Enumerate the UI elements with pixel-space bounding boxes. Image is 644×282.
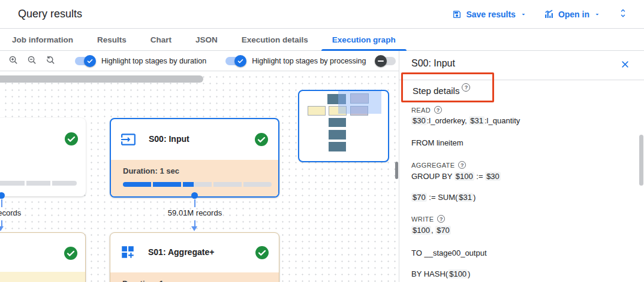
page-title: Query results (18, 8, 82, 20)
panel-scrollbar[interactable] (639, 135, 643, 186)
save-results-button[interactable]: Save results (452, 10, 527, 19)
caret-down-icon (520, 11, 527, 18)
group-by-value: GROUP BY $100 := $30 (411, 172, 501, 181)
results-tab-bar: Job information Results Chart JSON Execu… (0, 29, 644, 51)
aggregate-label: AGGREGATE? (411, 161, 466, 169)
tab-execution-details[interactable]: Execution details (230, 29, 320, 50)
stage-duration-label: Duration: 1 sec (122, 279, 179, 282)
graph-toolbar: Highlight top stages by duration Highlig… (0, 51, 399, 71)
duration-bar-segment (52, 181, 77, 186)
stage-duration-label: Duration: 1 sec (123, 166, 179, 175)
success-check-icon (64, 246, 78, 260)
tab-results[interactable]: Results (85, 29, 139, 50)
sum-value: $70 := SUM($31) (411, 193, 476, 202)
read-value: $30:l_orderkey, $31:l_quantity (411, 116, 520, 125)
toggle-processing-label: Highlight top stages by processing (252, 57, 366, 65)
tab-json[interactable]: JSON (183, 29, 230, 50)
header-actions: Save results Open in (452, 8, 628, 20)
stage-card-s01-aggregate[interactable]: S01: Aggregate+ Duration: 1 sec (110, 232, 279, 282)
panel-title: S00: Input (411, 58, 455, 69)
stage-card-left-bottom[interactable] (0, 232, 86, 282)
unfold-results-button[interactable] (618, 8, 628, 20)
aggregate-stage-icon (120, 244, 136, 262)
read-label: READ? (411, 106, 442, 114)
minimap-viewport[interactable] (338, 91, 381, 114)
toggle-check-icon (84, 55, 96, 67)
from-value: FROM lineitem (411, 138, 464, 147)
duration-bar-segment (0, 181, 25, 186)
help-icon[interactable]: ? (458, 161, 466, 169)
open-in-button[interactable]: Open in (544, 9, 601, 19)
zoom-out-icon (27, 55, 37, 67)
toggle-duration-label: Highlight top stages by duration (101, 57, 206, 65)
stage-title: S00: Input (149, 134, 189, 144)
success-check-icon (64, 132, 79, 146)
step-details-panel: S00: Input Step details? READ? $30:l_ord… (399, 51, 644, 282)
stage-title: S01: Aggregate+ (148, 247, 214, 257)
close-icon (621, 60, 630, 71)
toggle-highlight-processing[interactable] (224, 55, 246, 67)
minimap-node (329, 118, 346, 127)
step-details-highlight-box (401, 72, 494, 102)
query-results-header: Query results Save results Open in (0, 0, 644, 29)
graph-minimap[interactable] (298, 90, 389, 162)
edge-records-label: records (0, 208, 43, 217)
duration-bar-segment (26, 181, 51, 186)
duration-bar-segment (183, 182, 211, 187)
zoom-in-button[interactable] (8, 55, 19, 67)
close-panel-button[interactable] (621, 60, 630, 71)
duration-bar-segment (153, 182, 181, 187)
edge-line (1, 199, 2, 207)
success-check-icon (255, 245, 269, 260)
input-stage-icon (121, 132, 136, 150)
stage-duration-bar (0, 181, 77, 186)
zoom-reset-icon (46, 55, 56, 67)
tab-job-information[interactable]: Job information (0, 29, 85, 50)
help-icon[interactable]: ? (434, 106, 442, 114)
edge-arrow-icon (191, 226, 197, 231)
edge-records-label: 59.01M records (152, 208, 238, 217)
toggle-stage-highlight-off[interactable] (375, 55, 397, 67)
tab-execution-graph[interactable]: Execution graph (320, 29, 408, 50)
write-label: WRITE? (411, 215, 445, 223)
save-icon (452, 10, 462, 19)
zoom-reset-button[interactable] (46, 55, 56, 67)
minimap-node (329, 130, 346, 140)
minimap-node (329, 142, 346, 151)
horizontal-scrollbar[interactable] (0, 75, 203, 83)
open-in-label: Open in (558, 10, 589, 19)
help-icon[interactable]: ? (437, 215, 445, 223)
toggle-check-icon (234, 55, 246, 67)
stage-card-s00-input[interactable]: S00: Input Duration: 1 sec (110, 118, 279, 198)
caret-down-icon (594, 11, 601, 18)
duration-bar-segment (213, 182, 242, 187)
vertical-scrollbar[interactable] (395, 162, 398, 179)
tab-chart[interactable]: Chart (139, 29, 183, 50)
edge-line (194, 199, 195, 207)
zoom-out-button[interactable] (27, 55, 37, 67)
stage-card-left-top[interactable] (0, 118, 86, 196)
toggle-highlight-duration[interactable] (74, 55, 96, 67)
stage-duration-bar (123, 182, 272, 187)
zoom-in-icon (8, 55, 19, 67)
toggle-minus-icon (375, 55, 387, 67)
edge-connector-dot (0, 192, 5, 199)
edge-arrow-icon (0, 226, 4, 231)
write-value: $100, $70 (411, 226, 451, 235)
query-results-page: Query results Save results Open in (0, 0, 644, 282)
save-results-label: Save results (466, 10, 516, 19)
unfold-more-icon (618, 8, 628, 20)
analytics-icon (544, 9, 554, 19)
edge-connector-dot (191, 192, 198, 199)
success-check-icon (254, 132, 269, 147)
by-hash-value: BY HASH($100) (411, 269, 470, 278)
execution-graph-canvas[interactable]: S00: Input Duration: 1 sec S01: Aggregat… (0, 71, 399, 282)
minimap-node (308, 106, 326, 116)
to-value: TO __stage00_output (411, 248, 487, 257)
duration-bar-segment (243, 182, 272, 187)
duration-bar-segment (123, 182, 151, 187)
